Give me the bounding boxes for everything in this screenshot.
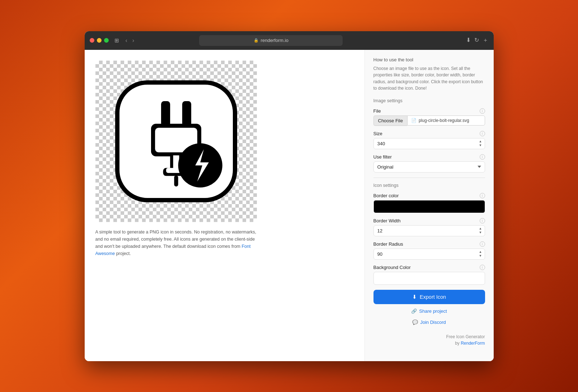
- how-to-description: Choose an image file to use as the icon.…: [373, 65, 485, 92]
- svg-point-9: [178, 143, 222, 187]
- settings-panel: How to use the tool Choose an image file…: [365, 50, 494, 361]
- size-increment[interactable]: ▲: [477, 140, 484, 143]
- reload-icon[interactable]: ↻: [474, 37, 479, 44]
- preview-section: A simple tool to generate a PNG icon in …: [85, 50, 365, 361]
- border-color-info-icon[interactable]: i: [480, 193, 485, 198]
- border-width-field: Border Width i ▲ ▼: [373, 218, 485, 236]
- bottom-credit: Free Icon Generator by RenderForm: [373, 334, 485, 346]
- filter-label: Use filter: [373, 154, 392, 160]
- traffic-lights: [90, 38, 109, 43]
- svg-rect-1: [182, 101, 191, 126]
- svg-rect-0: [161, 101, 170, 126]
- share-label: Share project: [419, 308, 447, 314]
- border-color-field: Border color i: [373, 193, 485, 213]
- size-spinner: ▲ ▼: [477, 140, 484, 147]
- border-width-info-icon[interactable]: i: [480, 218, 485, 223]
- border-color-swatch[interactable]: [373, 200, 485, 213]
- export-button[interactable]: ⬇ Export Icon: [373, 290, 485, 304]
- choose-file-button[interactable]: Choose File: [373, 115, 407, 126]
- sidebar-toggle-icon[interactable]: ⊞: [114, 37, 119, 44]
- border-radius-decrement[interactable]: ▼: [477, 254, 484, 258]
- filter-field: Use filter i Original Invert Grayscale: [373, 154, 485, 173]
- border-radius-input[interactable]: [373, 249, 485, 260]
- size-input-row: ▲ ▼: [373, 138, 485, 149]
- svg-rect-5: [174, 175, 178, 186]
- close-button[interactable]: [90, 38, 94, 43]
- border-radius-label: Border Radius: [373, 241, 403, 247]
- file-field: File i Choose File 📄 plug-circle-bolt-re…: [373, 108, 485, 126]
- size-label: Size: [373, 131, 382, 136]
- border-radius-info-icon[interactable]: i: [480, 241, 485, 247]
- share-icon: 🔗: [411, 308, 417, 314]
- address-bar[interactable]: 🔒 renderform.io: [199, 35, 343, 46]
- bg-color-label: Background Color: [373, 265, 411, 270]
- back-button[interactable]: ‹: [124, 37, 129, 44]
- credit-line1: Free Icon Generator: [446, 334, 485, 339]
- size-info-icon[interactable]: i: [480, 131, 485, 136]
- browser-window: ⊞ ‹ › 🔒 renderform.io ⬇ ↻ ＋: [85, 31, 494, 361]
- border-width-label: Border Width: [373, 218, 401, 223]
- filter-select[interactable]: Original Invert Grayscale: [373, 161, 485, 173]
- lock-icon: 🔒: [254, 38, 259, 43]
- border-color-label: Border color: [373, 193, 399, 198]
- border-radius-input-row: ▲ ▼: [373, 249, 485, 260]
- size-decrement[interactable]: ▼: [477, 143, 484, 147]
- border-width-decrement[interactable]: ▼: [477, 231, 484, 235]
- share-project-button[interactable]: 🔗 Share project: [373, 306, 485, 317]
- maximize-button[interactable]: [104, 38, 109, 43]
- bg-color-field: Background Color i: [373, 265, 485, 285]
- filter-info-icon[interactable]: i: [480, 154, 485, 160]
- border-width-increment[interactable]: ▲: [477, 227, 484, 231]
- forward-button[interactable]: ›: [131, 37, 136, 44]
- file-name-display: 📄 plug-circle-bolt-regular.svg: [407, 115, 485, 126]
- discord-icon: 💬: [412, 320, 418, 325]
- icon-card: [115, 80, 237, 202]
- downloads-icon[interactable]: ⬇: [466, 37, 471, 44]
- nav-buttons: ‹ ›: [124, 37, 136, 44]
- browser-chrome: ⊞ ‹ › 🔒 renderform.io ⬇ ↻ ＋: [85, 31, 494, 50]
- join-discord-button[interactable]: 💬 Join Discord: [373, 317, 485, 328]
- border-width-input[interactable]: [373, 225, 485, 236]
- bg-color-swatch[interactable]: [373, 272, 485, 285]
- border-width-input-row: ▲ ▼: [373, 225, 485, 236]
- border-width-spinner: ▲ ▼: [477, 227, 484, 235]
- how-to-title: How to use the tool: [373, 57, 485, 62]
- image-settings-title: Image settings: [373, 98, 485, 103]
- border-radius-increment[interactable]: ▲: [477, 250, 484, 254]
- download-icon: ⬇: [412, 294, 417, 300]
- file-input-row: Choose File 📄 plug-circle-bolt-regular.s…: [373, 115, 485, 126]
- file-name-text: plug-circle-bolt-regular.svg: [419, 118, 469, 123]
- file-info-icon[interactable]: i: [480, 108, 485, 114]
- border-radius-spinner: ▲ ▼: [477, 250, 484, 258]
- settings-divider: [373, 178, 485, 178]
- discord-label: Join Discord: [420, 320, 446, 325]
- renderform-link[interactable]: RenderForm: [461, 341, 485, 346]
- browser-actions: ⬇ ↻ ＋: [466, 37, 488, 44]
- file-type-icon: 📄: [411, 118, 417, 123]
- minimize-button[interactable]: [97, 38, 102, 43]
- footer-description: A simple tool to generate a PNG icon in …: [95, 228, 257, 257]
- border-radius-field: Border Radius i ▲ ▼: [373, 241, 485, 260]
- file-label: File: [373, 108, 381, 114]
- url-text: renderform.io: [261, 38, 288, 43]
- bg-color-info-icon[interactable]: i: [480, 265, 485, 270]
- size-field: Size i ▲ ▼: [373, 131, 485, 149]
- plug-bolt-svg: [126, 91, 226, 192]
- browser-content: A simple tool to generate a PNG icon in …: [85, 50, 494, 361]
- new-tab-icon[interactable]: ＋: [483, 37, 488, 44]
- export-button-label: Export Icon: [420, 294, 446, 300]
- credit-line2: by: [455, 341, 461, 346]
- icon-settings-title: Icon settings: [373, 183, 485, 188]
- icon-preview-container: [95, 61, 257, 222]
- size-input[interactable]: [373, 138, 485, 149]
